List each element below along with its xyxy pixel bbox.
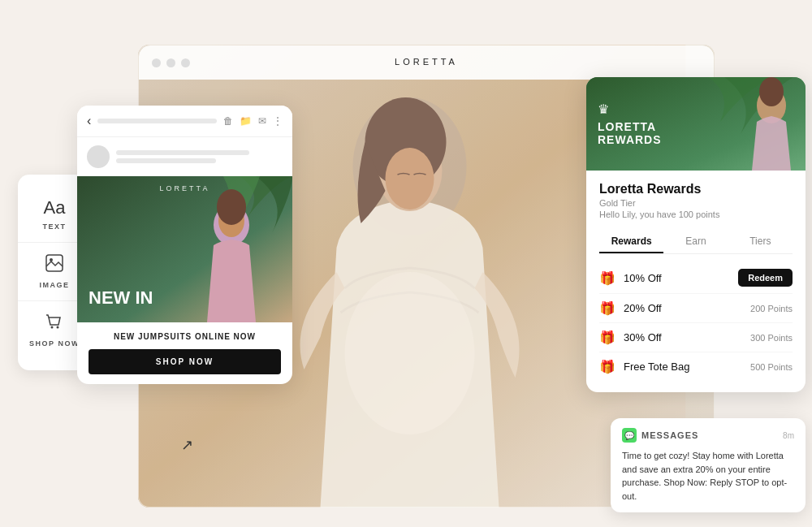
email-bottom: NEW JUMPSUITS ONLINE NOW SHOP NOW (77, 322, 292, 384)
email-sender-row (77, 137, 292, 176)
svg-point-8 (51, 326, 54, 329)
loyalty-reward-2: 🎁 30% Off 300 Points (599, 323, 793, 352)
svg-point-13 (217, 189, 246, 225)
loyalty-tab-rewards[interactable]: Rewards (599, 231, 663, 253)
redeem-button-0[interactable]: Redeem (738, 269, 793, 287)
reward-name-1: 20% Off (624, 302, 750, 314)
sms-time: 8m (783, 431, 794, 440)
loyalty-reward-0: 🎁 10% Off Redeem (599, 262, 793, 294)
reward-name-2: 30% Off (624, 331, 750, 343)
tool-text-label: TEXT (42, 222, 66, 231)
email-trash-icon[interactable]: 🗑 (223, 115, 233, 127)
email-content-image: LORETTA NEW IN (77, 176, 292, 322)
loyalty-header: ♛ LORETTA REWARDS (586, 77, 806, 171)
email-subtitle: NEW JUMPSUITS ONLINE NOW (89, 332, 281, 341)
loyalty-reward-1: 🎁 20% Off 200 Points (599, 294, 793, 323)
reward-name-0: 10% Off (624, 272, 738, 284)
reward-points-3: 500 Points (750, 362, 793, 372)
email-widget: ‹ 🗑 📁 ✉ ⋮ (77, 106, 292, 384)
loyalty-crown-icon: ♛ (598, 101, 662, 116)
reward-points-1: 200 Points (750, 304, 793, 313)
email-newin-text: NEW IN (89, 288, 153, 308)
gift-icon-2: 🎁 (599, 330, 615, 345)
gift-icon-1: 🎁 (599, 300, 615, 316)
email-more-icon[interactable]: ⋮ (273, 115, 283, 127)
email-reply-icon[interactable]: ✉ (258, 115, 266, 127)
sms-widget: 💬 MESSAGES 8m Time to get cozy! Stay hom… (611, 418, 806, 512)
shop-icon (45, 313, 63, 335)
email-line-1 (116, 150, 249, 155)
loyalty-program-name: Loretta Rewards (599, 182, 793, 197)
loyalty-header-overlay: ♛ LORETTA REWARDS (598, 101, 662, 147)
email-brand-label: LORETTA (160, 184, 210, 192)
reward-name-3: Free Tote Bag (624, 361, 750, 373)
sms-label: MESSAGES (641, 430, 778, 440)
browser-dot-2 (166, 58, 175, 67)
browser-dot-3 (181, 58, 190, 67)
browser-dot-1 (152, 58, 161, 67)
loyalty-header-title: LORETTA REWARDS (598, 119, 662, 147)
email-archive-icon[interactable]: 📁 (240, 115, 252, 127)
email-url-bar (97, 119, 217, 123)
sms-message: Time to get cozy! Stay home with Loretta… (622, 449, 794, 503)
loyalty-body: Loretta Rewards Gold Tier Hello Lily, yo… (586, 171, 806, 392)
sms-header: 💬 MESSAGES 8m (622, 428, 794, 443)
loyalty-reward-3: 🎁 Free Tote Bag 500 Points (599, 352, 793, 381)
browser-toolbar: LORETTA (139, 45, 714, 80)
reward-points-2: 300 Points (750, 333, 793, 343)
loyalty-tab-tiers[interactable]: Tiers (728, 231, 793, 253)
email-line-2 (116, 158, 216, 163)
loyalty-tabs: Rewards Earn Tiers (599, 231, 793, 254)
email-header: ‹ 🗑 📁 ✉ ⋮ (77, 106, 292, 137)
email-shop-button[interactable]: SHOP NOW (89, 349, 281, 374)
loyalty-tab-earn[interactable]: Earn (663, 231, 728, 253)
svg-point-9 (57, 326, 59, 329)
loyalty-tier: Gold Tier (599, 198, 793, 208)
text-icon: Aa (44, 197, 66, 218)
sms-icon: 💬 (622, 428, 637, 443)
image-icon (45, 254, 63, 277)
email-action-icons: 🗑 📁 ✉ ⋮ (223, 115, 283, 127)
gift-icon-0: 🎁 (599, 270, 615, 286)
browser-brand: LORETTA (395, 57, 458, 67)
svg-point-16 (759, 77, 784, 106)
tool-shop-label: SHOP NOW (29, 339, 80, 348)
email-sender-avatar (87, 145, 110, 168)
email-back-icon[interactable]: ‹ (87, 114, 91, 128)
gift-icon-3: 🎁 (599, 359, 615, 374)
tool-image-label: IMAGE (39, 281, 69, 289)
email-text-lines (116, 150, 283, 163)
loyalty-greeting: Hello Lily, you have 100 points (599, 210, 793, 219)
loyalty-widget: ♛ LORETTA REWARDS Loretta Rewards Gold T… (586, 77, 806, 392)
